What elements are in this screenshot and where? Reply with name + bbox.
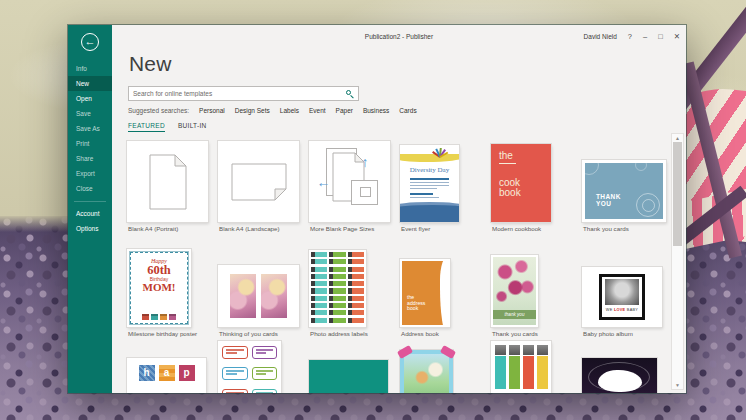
template-tabs: FEATURED BUILT-IN [128,122,207,132]
birthday-poster-preview: Happy 60th Birthday MOM! [127,249,191,327]
suggested-searches: Suggested searches: Personal Design Sets… [128,107,417,114]
template-row-1: Blank A4 (Portrait) Blank A4 (Landscape)… [126,138,672,236]
address-labels-preview [309,250,366,327]
minimize-icon[interactable]: – [643,32,647,41]
template-green-plants-card[interactable] [308,341,399,393]
sidebar-item-options[interactable]: Options [68,221,112,236]
sidebar-item-share[interactable]: Share [68,151,112,166]
kid-photo-preview [400,350,453,393]
thank-you-card-preview: THANKYOU [582,160,666,222]
template-address-book[interactable]: the address book Address book [399,243,490,341]
sidebar-item-save-as[interactable]: Save As [68,121,112,136]
scrollbar-down-arrow[interactable]: ▼ [672,381,683,389]
photo-bookmarks-preview [491,341,551,393]
sidebar-separator [74,201,106,202]
sidebar-item-open[interactable]: Open [68,91,112,106]
tab-featured[interactable]: FEATURED [128,122,165,132]
event-flyer-preview: Diversity Day [400,145,459,222]
page-title: New [129,52,172,76]
address-book-preview: the address book [400,259,450,327]
help-icon[interactable]: ? [628,32,632,41]
resize-up-arrow-icon: ↑ [362,154,369,170]
template-kid-photo-card[interactable] [399,341,490,393]
template-search-box[interactable] [128,86,359,101]
sidebar-item-account[interactable]: Account [68,206,112,221]
suggested-link-paper[interactable]: Paper [336,107,353,114]
blank-landscape-page-icon [218,141,299,222]
template-blank-a4-portrait[interactable]: Blank A4 (Portrait) [126,138,217,236]
thinking-of-you-preview [218,265,299,327]
thank-you-flowers-preview: thank you [491,255,538,327]
suggested-link-event[interactable]: Event [309,107,326,114]
template-baby-photo-album[interactable]: WE LOVE BABY Baby photo album [581,243,672,341]
gift-boxes-icon [131,314,187,320]
sidebar-item-new[interactable]: New [68,76,112,91]
happy-banner-preview: h a p [127,358,206,393]
bordered-labels-preview [218,341,281,393]
maximize-icon[interactable]: □ [658,32,663,41]
cookbook-cover-preview: the cook book [491,144,551,222]
sidebar-item-save[interactable]: Save [68,106,112,121]
suggested-link-design-sets[interactable]: Design Sets [235,107,270,114]
more-page-sizes-icon: ↑ ← [309,141,390,222]
publisher-window: ← Info New Open Save Save As Print Share… [68,25,686,393]
template-row-2: Happy 60th Birthday MOM! Milestone birth… [126,243,672,341]
template-milestone-birthday-poster[interactable]: Happy 60th Birthday MOM! Milestone birth… [126,243,217,341]
template-row-3: h a p [126,341,672,393]
search-icon[interactable] [346,90,353,97]
baby-album-preview: WE LOVE BABY [582,267,662,327]
template-thinking-of-you-cards[interactable]: Thinking of you cards [217,243,308,341]
sidebar-item-print[interactable]: Print [68,136,112,151]
close-icon[interactable]: ✕ [674,32,680,41]
template-event-flyer[interactable]: Diversity Day Event flyer [399,138,490,236]
template-photo-address-labels[interactable]: Photo address labels [308,243,399,341]
template-photo-bookmarks[interactable] [490,341,581,393]
sidebar-item-export[interactable]: Export [68,166,112,181]
dark-card-preview [582,358,657,393]
suggested-link-business[interactable]: Business [363,107,389,114]
scrollbar-up-arrow[interactable]: ▲ [672,134,683,142]
small-page-size-icon [351,180,378,205]
sunburst-icon [431,146,449,157]
template-happy-banner[interactable]: h a p [126,341,217,393]
template-thank-you-cards-blue[interactable]: THANKYOU Thank you cards [581,138,672,236]
template-bordered-labels[interactable] [217,341,308,393]
green-plants-preview [309,360,388,393]
template-blank-a4-landscape[interactable]: Blank A4 (Landscape) [217,138,308,236]
back-button[interactable]: ← [81,33,99,51]
sidebar-item-close[interactable]: Close [68,181,112,196]
template-dark-card[interactable] [581,341,672,393]
suggested-link-labels[interactable]: Labels [280,107,299,114]
templates-scrollbar[interactable]: ▲ ▼ [671,133,684,390]
signed-in-user[interactable]: David Nield [584,33,617,40]
suggested-link-cards[interactable]: Cards [399,107,416,114]
backstage-sidebar: ← Info New Open Save Save As Print Share… [68,25,112,393]
resize-left-arrow-icon: ← [317,174,331,190]
template-thank-you-cards-flowers[interactable]: thank you Thank you cards [490,243,581,341]
titlebar: Publication2 - Publisher David Nield ? –… [112,25,686,48]
backstage-new-page: New Suggested searches: Personal Design … [112,48,686,393]
search-input[interactable] [129,90,346,97]
suggested-searches-label: Suggested searches: [128,107,189,114]
template-more-blank-page-sizes[interactable]: ↑ ← More Blank Page Sizes [308,138,399,236]
scrollbar-thumb[interactable] [673,142,682,246]
blank-portrait-page-icon [127,141,208,222]
suggested-link-personal[interactable]: Personal [199,107,225,114]
tab-built-in[interactable]: BUILT-IN [178,122,207,132]
sidebar-item-info[interactable]: Info [68,61,112,76]
baby-photo [605,279,639,305]
template-modern-cookbook[interactable]: the cook book Modern cookbook [490,138,581,236]
